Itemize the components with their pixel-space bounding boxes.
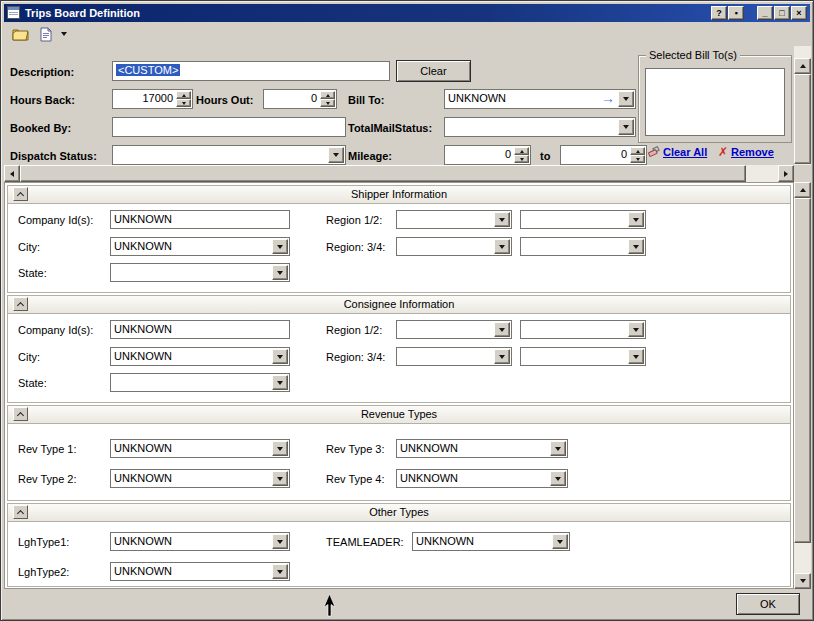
company-ids-label: Company Id(s): [18,213,93,227]
region2-combo[interactable] [520,210,646,229]
file-dropdown-button[interactable] [58,23,70,45]
spin-down-button[interactable] [176,99,191,107]
selected-bill-to-title: Selected Bill To(s) [646,49,740,61]
mileage-to-word: to [540,149,550,163]
dropdown-button[interactable] [618,119,634,135]
mileage-to-spinner[interactable]: 0 [560,145,647,165]
scroll-thumb[interactable] [794,198,811,543]
remove-link[interactable]: ✗ Remove [718,146,774,158]
city-combo[interactable]: UNKNOWN [110,347,290,366]
dropdown-button[interactable] [328,147,344,163]
dropdown-button[interactable] [272,564,288,579]
dropdown-button[interactable] [272,349,288,364]
scroll-left-button[interactable] [4,165,20,182]
spin-up-button[interactable] [514,147,529,155]
scroll-right-button[interactable] [778,165,794,182]
chevron-down-icon [633,245,639,249]
dropdown-button[interactable] [550,471,566,486]
help-button[interactable]: ? [711,6,727,20]
rev-type-2-combo[interactable]: UNKNOWN [110,469,290,488]
region2-combo[interactable] [520,320,646,339]
horizontal-scrollbar[interactable] [4,165,794,182]
dropdown-button[interactable] [272,239,288,254]
rev-type-1-combo[interactable]: UNKNOWN [110,439,290,458]
region3-combo[interactable] [396,347,512,366]
clear-button[interactable]: Clear [396,60,471,82]
dropdown-button[interactable] [552,534,568,549]
close-button[interactable]: × [791,6,807,20]
dropdown-button[interactable] [618,91,634,107]
dropdown-button[interactable] [494,322,510,337]
lghtype1-combo[interactable]: UNKNOWN [110,532,290,551]
region1-combo[interactable] [396,320,512,339]
city-combo[interactable]: UNKNOWN [110,237,290,256]
scroll-down-button[interactable] [794,573,811,589]
selected-bill-to-listbox[interactable] [645,68,785,136]
dispatch-status-combo[interactable] [112,145,346,165]
scroll-up-button[interactable] [794,58,811,74]
hours-out-spinner[interactable]: 0 [263,89,337,109]
rev-type-4-combo[interactable]: UNKNOWN [396,469,568,488]
section-title: Other Types [369,506,429,518]
spin-down-button[interactable] [514,155,529,163]
dropdown-button[interactable] [494,212,510,227]
bill-to-combo[interactable]: UNKNOWN → [444,89,636,109]
dropdown-button[interactable] [272,534,288,549]
mileage-from-spinner[interactable]: 0 [444,145,531,165]
dropdown-button[interactable] [272,441,288,456]
company-ids-input[interactable]: UNKNOWN [110,320,290,339]
rev-type-1-label: Rev Type 1: [18,442,77,456]
state-combo[interactable] [110,263,290,282]
clear-all-link[interactable]: Clear All [648,146,707,158]
teamleader-combo[interactable]: UNKNOWN [412,532,570,551]
spin-up-button[interactable] [630,147,645,155]
rev-type-3-combo[interactable]: UNKNOWN [396,439,568,458]
main-scrollbar[interactable] [794,182,811,589]
region3-combo[interactable] [396,237,512,256]
open-button[interactable] [8,23,32,45]
company-ids-input[interactable]: UNKNOWN [110,210,290,229]
booked-by-input[interactable] [112,117,346,137]
total-mail-status-combo[interactable] [444,117,636,137]
dropdown-button[interactable] [272,265,288,280]
region1-combo[interactable] [396,210,512,229]
pin-button[interactable]: ▪ [728,6,744,20]
spin-up-button[interactable] [320,91,335,99]
region12-label: Region 1/2: [326,323,382,337]
region4-combo[interactable] [520,237,646,256]
hours-back-label: Hours Back: [10,93,75,107]
scroll-thumb[interactable] [20,165,746,182]
file-button[interactable] [34,23,58,45]
collapse-button[interactable] [13,297,28,311]
region4-combo[interactable] [520,347,646,366]
collapse-button[interactable] [13,407,28,421]
lghtype2-combo[interactable]: UNKNOWN [110,562,290,581]
scroll-up-button[interactable] [794,182,811,198]
ok-button[interactable]: OK [736,593,800,615]
chevron-down-icon [277,381,283,385]
dropdown-button[interactable] [628,322,644,337]
dropdown-button[interactable] [272,375,288,390]
minimize-button[interactable]: _ [757,6,773,20]
dropdown-button[interactable] [550,441,566,456]
dropdown-button[interactable] [494,239,510,254]
scroll-thumb[interactable] [794,74,811,164]
blue-right-arrow-icon[interactable]: → [601,90,615,107]
hours-back-spinner[interactable]: 17000 [112,89,193,109]
filter-scrollbar[interactable] [794,46,811,165]
maximize-button[interactable]: □ [774,6,790,20]
dropdown-button[interactable] [628,212,644,227]
dropdown-button[interactable] [272,471,288,486]
state-combo[interactable] [110,373,290,392]
description-input[interactable]: <CUSTOM> [112,61,390,81]
spin-down-button[interactable] [320,99,335,107]
revenue-types-section: Revenue Types Rev Type 1: UNKNOWN Rev Ty… [7,405,791,501]
spin-up-button[interactable] [176,91,191,99]
collapse-button[interactable] [13,187,28,201]
spin-down-button[interactable] [630,155,645,163]
dropdown-button[interactable] [494,349,510,364]
dropdown-button[interactable] [628,349,644,364]
title-bar[interactable]: Trips Board Definition ? ▪ _ □ × [4,4,810,22]
collapse-button[interactable] [13,505,28,519]
dropdown-button[interactable] [628,239,644,254]
